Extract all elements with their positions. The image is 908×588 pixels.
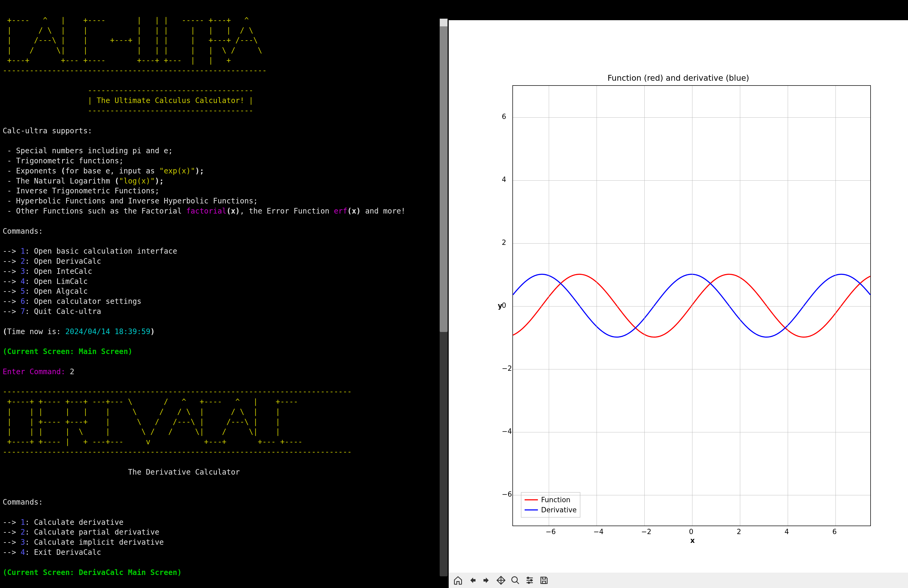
- command-item: --> 1: Calculate derivative: [3, 518, 124, 527]
- save-button[interactable]: [538, 574, 551, 587]
- ytick-label: 2: [502, 238, 506, 246]
- supports-item: - Special numbers including pi and e;: [3, 147, 173, 155]
- supports-item: - The Natural Logarithm ("log(x)");: [3, 177, 164, 185]
- derivacalc-subtitle: The Derivative Calculator: [3, 468, 240, 477]
- legend-line-blue: [525, 509, 538, 511]
- terminal-scrollbar-thumb[interactable]: [440, 19, 448, 332]
- svg-point-1: [527, 577, 529, 579]
- xtick-label: 4: [784, 528, 789, 536]
- gridline-v: [549, 86, 549, 525]
- command-item: --> 1: Open basic calculation interface: [3, 247, 177, 256]
- supports-header: Calc-ultra supports:: [3, 126, 92, 135]
- command-item: --> 2: Calculate partial derivative: [3, 528, 159, 536]
- supports-item: - Inverse Trigonometric Functions;: [3, 187, 159, 195]
- xtick-label: 6: [832, 528, 837, 536]
- ytick-label: −6: [502, 490, 512, 498]
- tagline-border: -------------------------------------: [3, 86, 253, 95]
- legend-line-red: [525, 499, 538, 500]
- chart-axes[interactable]: Function Derivative: [512, 85, 871, 526]
- svg-point-0: [512, 577, 517, 582]
- legend-item-derivative: Derivative: [525, 505, 577, 515]
- supports-item: - Other Functions such as the Factorial …: [3, 207, 406, 215]
- svg-point-3: [528, 582, 530, 583]
- sliders-icon: [525, 575, 534, 585]
- gridline-v: [740, 86, 740, 525]
- ascii-calc-ultra: +---- ^ | +---- | | | ----- +---+ ^ | / …: [3, 16, 267, 75]
- supports-item: - Exponents (for base e, input as "exp(x…: [3, 166, 204, 175]
- zoom-button[interactable]: [509, 574, 522, 587]
- ytick-label: 6: [502, 113, 506, 121]
- home-button[interactable]: [451, 574, 465, 587]
- terminal-pane[interactable]: +---- ^ | +---- | | | ----- +---+ ^ | / …: [0, 0, 449, 588]
- plot-panel: Function (red) and derivative (blue) Fun…: [449, 0, 908, 588]
- svg-point-2: [530, 580, 532, 581]
- chart-legend: Function Derivative: [521, 492, 580, 518]
- xtick-label: −6: [546, 528, 556, 536]
- command-item: --> 7: Quit Calc-ultra: [3, 307, 101, 316]
- gridline-v: [692, 86, 692, 525]
- arrow-left-icon: [467, 575, 477, 585]
- current-screen-derivamain: (Current Screen: DerivaCalc Main Screen): [3, 568, 182, 577]
- gridline-h: [513, 495, 870, 495]
- curve-function: [513, 274, 870, 337]
- enter-command-prompt[interactable]: Enter Command: 2: [3, 367, 74, 376]
- command-item: --> 4: Exit DerivaCalc: [3, 548, 101, 557]
- xtick-label: −2: [641, 528, 651, 536]
- command-item: --> 4: Open LimCalc: [3, 277, 88, 286]
- current-screen-main: (Current Screen: Main Screen): [3, 347, 132, 356]
- command-item: --> 3: Calculate implicit derivative: [3, 538, 164, 546]
- ytick-label: −4: [502, 427, 512, 435]
- legend-item-function: Function: [525, 495, 577, 505]
- gridline-h: [513, 369, 870, 369]
- xtick-label: 0: [689, 528, 694, 536]
- home-icon: [453, 575, 463, 585]
- xtick-label: −4: [593, 528, 604, 536]
- arrow-right-icon: [482, 575, 491, 585]
- command-item: --> 3: Open InteCalc: [3, 267, 92, 275]
- commands-header: Commands:: [3, 227, 43, 235]
- chart-title: Function (red) and derivative (blue): [449, 73, 908, 82]
- move-icon: [496, 575, 506, 585]
- gridline-v: [644, 86, 645, 525]
- command-item: --> 6: Open calculator settings: [3, 297, 142, 306]
- gridline-v: [836, 86, 836, 525]
- gridline-h: [513, 432, 870, 432]
- search-icon: [510, 575, 520, 585]
- tagline-border-bottom: -------------------------------------: [3, 106, 253, 115]
- supports-item: - Hyperbolic Functions and Inverse Hyper…: [3, 197, 258, 205]
- ytick-label: 4: [502, 176, 506, 184]
- chart-curves: [513, 86, 870, 525]
- ascii-derivacalc: ----------------------------------------…: [3, 387, 352, 456]
- matplotlib-toolbar: [449, 573, 908, 588]
- command-item: --> 5: Open Algcalc: [3, 287, 88, 296]
- save-icon: [539, 575, 549, 585]
- back-button[interactable]: [466, 574, 479, 587]
- terminal-scroll-corner: [440, 19, 448, 27]
- ytick-label: −2: [502, 364, 512, 372]
- plot-titlebar: [449, 0, 908, 20]
- supports-item: - Trigonometric functions;: [3, 156, 124, 165]
- ytick-label: 0: [502, 301, 506, 309]
- forward-button[interactable]: [480, 574, 493, 587]
- time-line: (Time now is: 2024/04/14 18:39:59): [3, 327, 155, 336]
- tagline: | The Ultimate Calculus Calculator! |: [3, 96, 253, 105]
- xlabel: x: [690, 536, 695, 545]
- command-item: --> 2: Open DerivaCalc: [3, 257, 101, 266]
- xtick-label: 2: [737, 528, 741, 536]
- commands-header-2: Commands:: [3, 498, 43, 506]
- plot-area[interactable]: Function (red) and derivative (blue) Fun…: [449, 20, 908, 573]
- pan-button[interactable]: [494, 574, 508, 587]
- configure-button[interactable]: [523, 574, 536, 587]
